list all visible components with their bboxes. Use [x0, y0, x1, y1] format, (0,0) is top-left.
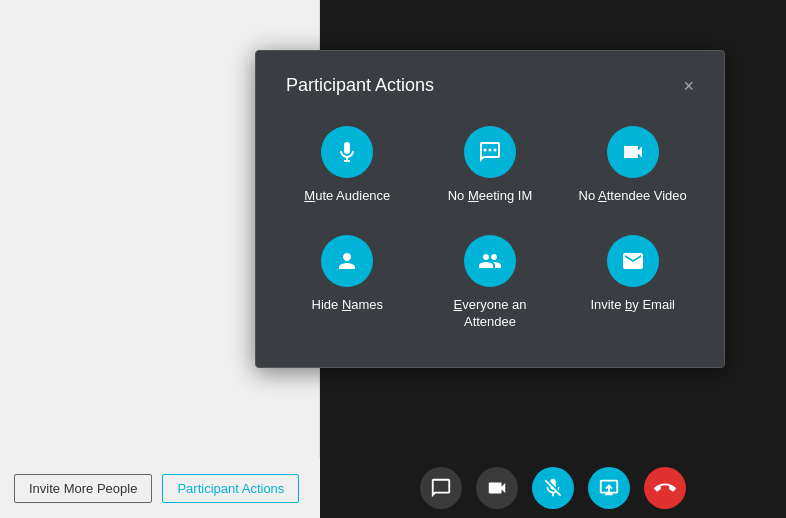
- action-hide-names[interactable]: Hide Names: [286, 235, 409, 331]
- action-no-meeting-im[interactable]: No Meeting IM: [429, 126, 552, 205]
- chat-icon: [430, 477, 452, 499]
- modal-title: Participant Actions: [286, 75, 434, 96]
- end-call-button[interactable]: [644, 467, 686, 509]
- action-invite-by-email[interactable]: Invite by Email: [571, 235, 694, 331]
- action-everyone-attendee[interactable]: Everyone an Attendee: [429, 235, 552, 331]
- no-meeting-im-label: No Meeting IM: [448, 188, 533, 205]
- no-attendee-video-icon-circle: [607, 126, 659, 178]
- microphone-mute-icon: [542, 477, 564, 499]
- everyone-attendee-icon-circle: [464, 235, 516, 287]
- modal-close-button[interactable]: ×: [683, 77, 694, 95]
- right-bottom-bar: [320, 458, 786, 518]
- hide-names-label: Hide Names: [312, 297, 384, 314]
- end-call-icon: [654, 477, 676, 499]
- invite-by-email-label: Invite by Email: [590, 297, 675, 314]
- share-screen-button[interactable]: [588, 467, 630, 509]
- left-bottom-bar: Invite More People Participant Actions: [0, 458, 320, 518]
- action-mute-audience[interactable]: Mute Audience: [286, 126, 409, 205]
- action-grid: Mute Audience No Meeting IM: [286, 126, 694, 331]
- email-icon: [621, 249, 645, 273]
- svg-point-1: [488, 149, 491, 152]
- invite-more-people-button[interactable]: Invite More People: [14, 474, 152, 503]
- action-no-attendee-video[interactable]: No Attendee Video: [571, 126, 694, 205]
- svg-point-0: [483, 149, 486, 152]
- participant-actions-dialog: Participant Actions × Mute Audience: [255, 50, 725, 368]
- modal-header: Participant Actions ×: [286, 75, 694, 96]
- svg-point-2: [493, 149, 496, 152]
- person-icon: [335, 249, 359, 273]
- chat-button[interactable]: [420, 467, 462, 509]
- camera-button[interactable]: [476, 467, 518, 509]
- no-attendee-video-label: No Attendee Video: [579, 188, 687, 205]
- mute-button[interactable]: [532, 467, 574, 509]
- participant-actions-button[interactable]: Participant Actions: [162, 474, 299, 503]
- no-meeting-im-icon-circle: [464, 126, 516, 178]
- video-icon: [621, 140, 645, 164]
- hide-names-icon-circle: [321, 235, 373, 287]
- camera-icon: [486, 477, 508, 499]
- invite-by-email-icon-circle: [607, 235, 659, 287]
- chat-icon: [478, 140, 502, 164]
- group-icon: [478, 249, 502, 273]
- mic-icon: [335, 140, 359, 164]
- mute-audience-icon-circle: [321, 126, 373, 178]
- share-screen-icon: [598, 477, 620, 499]
- everyone-attendee-label: Everyone an Attendee: [429, 297, 552, 331]
- mute-audience-label: Mute Audience: [304, 188, 390, 205]
